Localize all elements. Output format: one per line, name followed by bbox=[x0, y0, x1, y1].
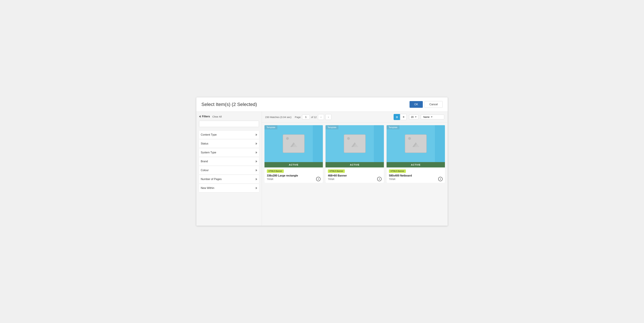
cancel-button[interactable]: Cancel bbox=[424, 101, 442, 108]
filters-button[interactable]: Filters bbox=[199, 115, 210, 118]
card-1-accent-bar bbox=[313, 125, 323, 162]
card-1-image-placeholder bbox=[283, 134, 304, 153]
card-2[interactable]: Template ACTIVE HTML5 Banner 468×60 Bann… bbox=[326, 125, 384, 183]
ok-button[interactable]: OK bbox=[410, 101, 423, 108]
card-1-subtitle: TRNR bbox=[267, 178, 320, 181]
grid-view-icon: ⊞ bbox=[396, 115, 398, 119]
filter-groups: Content Type Status System Type Brand Co… bbox=[199, 130, 259, 192]
filter-brand[interactable]: Brand bbox=[199, 157, 259, 166]
content-toolbar: 230 Matches (0.04 sec) Page of 12 ‹ › ⊞ bbox=[262, 112, 448, 122]
page-of-label: of 12 bbox=[311, 116, 317, 118]
card-1-image-area: Template bbox=[264, 125, 323, 162]
filter-colour[interactable]: Colour bbox=[199, 166, 259, 175]
prev-icon: ‹ bbox=[321, 116, 322, 118]
filter-content-type[interactable]: Content Type bbox=[199, 131, 259, 139]
dialog-title: Select Item(s) (2 Selected) bbox=[202, 102, 257, 107]
card-3-image-placeholder bbox=[405, 134, 427, 153]
filter-brand-label: Brand bbox=[201, 160, 208, 163]
search-input[interactable] bbox=[199, 121, 259, 127]
placeholder-mountain-icon bbox=[411, 140, 421, 147]
card-1-badge: HTML5 Banner bbox=[267, 169, 284, 173]
card-2-top-label: Template bbox=[326, 125, 338, 129]
card-2-badge: HTML5 Banner bbox=[328, 169, 345, 173]
placeholder-mountain-icon bbox=[289, 140, 299, 147]
main-content: 230 Matches (0.04 sec) Page of 12 ‹ › ⊞ bbox=[262, 112, 448, 226]
chevron-right-icon bbox=[256, 142, 257, 145]
card-3-info-icon[interactable]: i bbox=[438, 177, 442, 181]
prev-page-button[interactable]: ‹ bbox=[318, 114, 324, 120]
card-1[interactable]: Template ACTIVE HTML5 Banner 336x280 Lar… bbox=[264, 125, 323, 183]
card-1-bottom: HTML5 Banner 336x280 Large rectangle TRN… bbox=[264, 167, 323, 183]
per-page-select[interactable]: 20 bbox=[409, 115, 418, 119]
sidebar-toolbar: Filters Clear All bbox=[199, 115, 259, 118]
chevron-right-icon bbox=[256, 134, 257, 136]
next-page-button[interactable]: › bbox=[325, 114, 332, 120]
dialog-body: Filters Clear All Content Type Status Sy… bbox=[196, 112, 448, 226]
filter-system-type[interactable]: System Type bbox=[199, 148, 259, 157]
filter-system-type-label: System Type bbox=[201, 151, 216, 154]
card-3-title: 580x400 Netboard bbox=[389, 174, 442, 177]
filter-content-type-label: Content Type bbox=[201, 133, 217, 136]
card-3-top-label: Template bbox=[386, 125, 400, 129]
filter-new-within[interactable]: New Within bbox=[199, 184, 259, 192]
card-2-image-placeholder bbox=[344, 134, 366, 153]
search-box bbox=[199, 121, 259, 127]
page-control: Page of 12 ‹ › bbox=[295, 114, 332, 120]
card-2-image-area: Template bbox=[326, 125, 384, 162]
filters-label: Filters bbox=[202, 115, 210, 118]
chevron-right-icon bbox=[256, 151, 257, 154]
placeholder-mountain-icon bbox=[350, 140, 360, 147]
chevron-right-icon bbox=[256, 178, 257, 180]
filter-status-label: Status bbox=[201, 142, 208, 145]
list-view-icon: ≡ bbox=[403, 115, 404, 118]
per-page-value: 20 bbox=[411, 116, 414, 118]
page-label: Page bbox=[295, 116, 301, 118]
grid-view-button[interactable]: ⊞ bbox=[394, 114, 400, 120]
filter-number-of-pages[interactable]: Number of Pages bbox=[199, 175, 259, 184]
filter-status[interactable]: Status bbox=[199, 139, 259, 148]
card-2-bottom: HTML5 Banner 468×60 Banner TRNR i bbox=[326, 167, 384, 183]
card-3-image-area: Template bbox=[386, 125, 445, 162]
card-3-status-bar: ACTIVE bbox=[386, 162, 445, 167]
cards-grid: Template ACTIVE HTML5 Banner 336x280 Lar… bbox=[264, 125, 445, 183]
filter-number-of-pages-label: Number of Pages bbox=[201, 178, 222, 181]
sort-caret-icon bbox=[431, 116, 432, 117]
card-2-subtitle: TRNR bbox=[328, 178, 382, 181]
card-3-badge: HTML5 Banner bbox=[389, 169, 406, 173]
sort-value: Name bbox=[423, 116, 430, 118]
card-3-subtitle: TRNR bbox=[389, 178, 442, 181]
card-3[interactable]: Template ACTIVE HTML5 Banner 580x400 Net… bbox=[386, 125, 445, 183]
filter-new-within-label: New Within bbox=[201, 187, 214, 190]
card-2-accent-bar bbox=[374, 125, 384, 162]
sort-select[interactable]: Name bbox=[421, 115, 444, 119]
card-2-title: 468×60 Banner bbox=[328, 174, 382, 177]
card-1-status-bar: ACTIVE bbox=[264, 162, 323, 167]
chevron-left-icon bbox=[199, 115, 200, 118]
card-3-accent-bar bbox=[435, 125, 445, 162]
card-2-info-icon[interactable]: i bbox=[377, 177, 382, 181]
card-1-top-label: Template bbox=[264, 125, 278, 129]
header-buttons: OK Cancel bbox=[410, 101, 442, 108]
page-input[interactable] bbox=[302, 115, 310, 119]
cards-area: Template ACTIVE HTML5 Banner 336x280 Lar… bbox=[262, 122, 448, 226]
view-toggle: ⊞ ≡ bbox=[394, 114, 407, 120]
placeholder-circle-icon bbox=[286, 137, 289, 140]
card-2-status-bar: ACTIVE bbox=[326, 162, 384, 167]
card-1-info-icon[interactable]: i bbox=[316, 177, 320, 181]
sidebar: Filters Clear All Content Type Status Sy… bbox=[196, 112, 262, 226]
next-icon: › bbox=[328, 116, 329, 118]
dialog-header: Select Item(s) (2 Selected) OK Cancel bbox=[196, 97, 448, 112]
placeholder-circle-icon bbox=[347, 137, 350, 140]
placeholder-circle-icon bbox=[408, 137, 411, 140]
chevron-right-icon bbox=[256, 160, 257, 163]
matches-info: 230 Matches (0.04 sec) bbox=[265, 116, 292, 118]
clear-all-button[interactable]: Clear All bbox=[212, 115, 222, 118]
card-1-title: 336x280 Large rectangle bbox=[267, 174, 320, 177]
select-items-dialog: Select Item(s) (2 Selected) OK Cancel Fi… bbox=[196, 97, 448, 226]
chevron-right-icon bbox=[256, 169, 257, 171]
card-3-bottom: HTML5 Banner 580x400 Netboard TRNR i bbox=[386, 167, 445, 183]
chevron-right-icon bbox=[256, 187, 257, 189]
filter-colour-label: Colour bbox=[201, 169, 209, 172]
list-view-button[interactable]: ≡ bbox=[400, 114, 407, 120]
per-page-caret-icon bbox=[415, 116, 416, 117]
